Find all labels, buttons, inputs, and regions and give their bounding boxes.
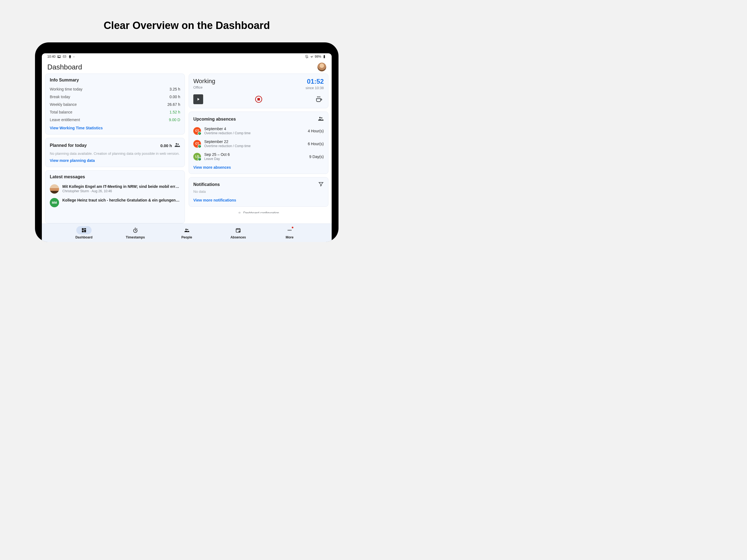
play-button[interactable] — [193, 94, 203, 104]
info-summary-card: Info Summary Working time today 3.25 h B… — [45, 74, 185, 134]
working-card: Working Office 01:52 since 10:38 — [189, 74, 328, 108]
summary-value: 1.52 h — [170, 110, 180, 114]
svg-point-1 — [58, 56, 59, 57]
svg-point-11 — [321, 117, 323, 119]
calendar-icon — [235, 228, 241, 233]
working-location: Office — [193, 85, 215, 90]
message-item[interactable]: Mit Kollegin Engel am IT-Meeting in NRW;… — [50, 182, 180, 196]
svg-point-24 — [290, 230, 291, 230]
summary-row: Leave entitlement 9.00 D — [50, 116, 180, 124]
absence-duration: 4 Hour(s) — [308, 129, 324, 133]
view-notifications-link[interactable]: View more notifications — [193, 196, 236, 202]
more-icon — [287, 228, 292, 233]
status-bar: 10:40 • + 98% — [42, 53, 332, 60]
svg-point-6 — [176, 143, 177, 145]
summary-value: 3.25 h — [170, 87, 180, 91]
notifications-title: Notifications — [193, 182, 220, 187]
message-title: Kollege Heinz traut sich - herzliche Gra… — [62, 198, 180, 202]
no-data-text: No data — [193, 189, 324, 194]
view-absences-link[interactable]: View more absences — [193, 163, 231, 170]
people-icon[interactable] — [174, 142, 180, 149]
nav-absences[interactable]: Absences — [212, 226, 264, 239]
nav-more[interactable]: More — [264, 226, 315, 239]
nav-label: People — [181, 235, 192, 239]
absence-item[interactable]: LD Sep 25 – Oct 6 Leave Day 9 Day(s) — [193, 150, 324, 163]
absence-type: Leave Day — [204, 157, 306, 161]
absence-duration: 6 Hour(s) — [308, 142, 324, 146]
nav-dashboard[interactable]: Dashboard — [58, 226, 110, 239]
summary-value: 0.00 h — [170, 95, 180, 99]
summary-row: Working time today 3.25 h — [50, 85, 180, 93]
summary-label: Total balance — [50, 110, 73, 114]
absence-type: Overtime reduction / Comp time — [204, 144, 305, 148]
break-button[interactable] — [314, 94, 324, 104]
message-meta: Christopher Sturm · Aug 26, 10:46 — [62, 189, 180, 193]
svg-rect-14 — [84, 228, 86, 229]
summary-label: Weekly balance — [50, 102, 77, 107]
stop-button[interactable] — [254, 94, 264, 104]
svg-point-7 — [177, 144, 179, 145]
summary-row: Weekly balance 26.67 h — [50, 101, 180, 108]
user-avatar[interactable] — [317, 62, 326, 71]
working-since: since 10:38 — [306, 86, 324, 90]
planned-title: Planned for today — [50, 143, 87, 148]
battery-text: 98% — [315, 55, 321, 58]
stopwatch-icon — [133, 228, 138, 233]
check-icon — [198, 157, 202, 161]
nav-label: Dashboard — [75, 235, 93, 239]
tablet-button-notch — [115, 42, 137, 44]
notification-badge — [292, 227, 293, 228]
gmail-icon — [62, 55, 67, 58]
nav-label: Absences — [231, 235, 246, 239]
people-icon[interactable] — [318, 116, 324, 123]
message-avatar — [50, 184, 59, 194]
svg-rect-9 — [257, 98, 260, 100]
dashboard-config-link[interactable]: Dashboard configuration — [189, 210, 328, 213]
svg-rect-2 — [63, 56, 66, 58]
people-icon — [184, 228, 189, 233]
left-column: Info Summary Working time today 3.25 h B… — [45, 74, 185, 223]
summary-value: 9.00 D — [169, 118, 180, 122]
messages-title: Latest messages — [50, 175, 180, 179]
right-column: Working Office 01:52 since 10:38 — [189, 74, 328, 223]
tablet-screen: 10:40 • + 98% — [42, 53, 332, 242]
absence-item[interactable]: CT September 4 Overtime reduction / Comp… — [193, 124, 324, 137]
status-time: 10:40 — [47, 55, 55, 58]
message-item[interactable]: MM Kollege Heinz traut sich - herzliche … — [50, 196, 180, 209]
check-icon — [198, 144, 202, 148]
absences-title: Upcoming absences — [193, 117, 236, 122]
dashboard-icon — [81, 228, 87, 233]
absence-badge: CT — [193, 140, 201, 148]
bottom-nav: Dashboard Timestamps People Absences — [42, 223, 332, 242]
summary-row: Break today 0.00 h — [50, 93, 180, 101]
absence-badge: LD — [193, 153, 201, 160]
svg-rect-16 — [82, 230, 84, 232]
app-header: Dashboard — [42, 60, 332, 74]
absence-date: September 4 — [204, 127, 305, 131]
svg-text:+: + — [312, 55, 313, 57]
key-notif-icon — [68, 55, 72, 58]
status-dot: • — [74, 55, 74, 58]
absence-item[interactable]: CT September 22 Overtime reduction / Com… — [193, 137, 324, 150]
nav-people[interactable]: People — [161, 226, 212, 239]
nav-timestamps[interactable]: Timestamps — [110, 226, 161, 239]
wifi-icon: + — [310, 55, 314, 58]
planned-card: Planned for today 0.00 h No planning dat… — [45, 138, 185, 167]
filter-icon[interactable] — [318, 181, 324, 188]
dashboard-body: Info Summary Working time today 3.25 h B… — [42, 74, 332, 223]
svg-point-19 — [187, 229, 188, 230]
svg-point-18 — [185, 229, 187, 230]
summary-label: Working time today — [50, 87, 83, 91]
message-title: Mit Kollegin Engel am IT-Meeting in NRW;… — [62, 184, 180, 189]
absence-duration: 9 Day(s) — [309, 154, 324, 159]
mute-icon — [305, 55, 309, 58]
check-icon — [198, 131, 202, 135]
info-summary-title: Info Summary — [50, 78, 180, 82]
battery-icon — [323, 55, 326, 58]
view-planning-link[interactable]: View more planning data — [50, 156, 95, 163]
absence-date: September 22 — [204, 139, 305, 144]
svg-point-22 — [288, 230, 288, 230]
nav-label: Timestamps — [126, 235, 145, 239]
view-stats-link[interactable]: View Working Time Statistics — [50, 124, 103, 130]
summary-label: Leave entitlement — [50, 118, 80, 122]
